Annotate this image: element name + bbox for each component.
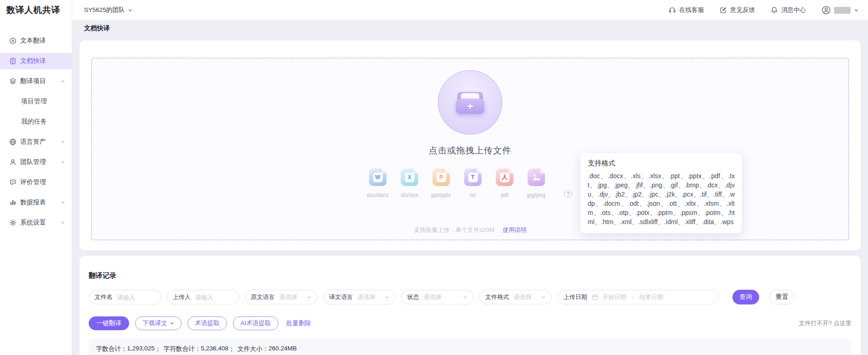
team-name: SY5625的团队: [84, 6, 125, 14]
gear-icon: [9, 219, 17, 226]
comment-icon: [9, 179, 17, 186]
chevron-up-icon[interactable]: [61, 79, 65, 84]
sidebar-item-label: 评价管理: [20, 178, 46, 186]
chevron-down-icon[interactable]: [61, 220, 65, 225]
filter-status[interactable]: 状态 请选择: [401, 290, 474, 304]
chevron-down-icon: [854, 8, 859, 13]
type-ppt: P ppt/pptx: [431, 169, 451, 198]
filter-file-name[interactable]: 文件名: [89, 290, 161, 304]
summary-word-count: 字数合计：1,293,025；: [96, 345, 161, 353]
left-column: 数译人机共译 A 文本翻译 文档快译: [0, 0, 72, 355]
type-doc: W doc/docx: [368, 169, 387, 198]
chevron-down-icon[interactable]: [61, 140, 65, 144]
filter-uploader[interactable]: 上传人: [167, 290, 239, 304]
query-button[interactable]: 查询: [732, 290, 759, 304]
folder-plus-icon: +: [456, 91, 484, 114]
sidebar-item-label: 文档快译: [20, 57, 46, 65]
sidebar-item-review-management[interactable]: 评价管理: [0, 174, 72, 191]
filter-upload-date[interactable]: 上传日期 开始日期 - 结束日期: [557, 290, 719, 304]
batch-delete-button[interactable]: 批量删除: [286, 319, 311, 327]
team-selector[interactable]: SY5625的团队: [84, 6, 133, 14]
filter-source-language[interactable]: 原文语言 请选择: [245, 290, 318, 304]
top-menu: 在线客服 意见反馈: [669, 6, 859, 15]
reset-button[interactable]: 重置: [769, 290, 795, 304]
page-content: + 点击或拖拽上传文件 W doc/docx: [72, 37, 868, 355]
feedback-label: 意见反馈: [730, 6, 755, 14]
user-menu[interactable]: [822, 6, 859, 15]
main-column: SY5625的团队 在线客服: [72, 0, 868, 355]
type-caption: doc/docx: [367, 192, 389, 198]
xls-file-icon: X: [401, 169, 418, 186]
txt-file-icon: T: [464, 169, 482, 186]
feedback-button[interactable]: 意见反馈: [720, 6, 755, 14]
chevron-down-icon: [170, 321, 174, 326]
chevron-down-icon[interactable]: [61, 200, 65, 205]
type-caption: txt: [470, 192, 476, 198]
start-date-placeholder[interactable]: 开始日期: [602, 293, 626, 301]
actions-row: 一键翻译 下载译文 术语提取 AI术语提取 批量删除 文件打不开? 点这里: [89, 316, 851, 330]
file-open-help-link[interactable]: 文件打不开? 点这里: [799, 319, 851, 327]
sidebar: A 文本翻译 文档快译: [0, 20, 72, 235]
online-support-button[interactable]: 在线客服: [669, 6, 704, 14]
page-title: 文档快译: [84, 24, 110, 33]
upload-title: 点击或拖拽上传文件: [429, 145, 511, 157]
sidebar-item-my-tasks[interactable]: 我的任务: [0, 113, 72, 130]
avatar-icon: [822, 6, 831, 15]
calendar-icon: [592, 294, 598, 300]
type-caption: pdf: [501, 192, 509, 198]
supported-formats-tooltip: 支持格式 .doc、.docx、.xls、.xlsx、.ppt、.pptx、.p…: [580, 153, 742, 233]
globe-icon: [9, 138, 17, 146]
ai-term-extract-button[interactable]: AI术语提取: [233, 316, 278, 330]
term-extract-button[interactable]: 术语提取: [187, 316, 227, 330]
type-caption: ppt/pptx: [431, 192, 451, 198]
usage-guide-link[interactable]: 使用说明: [503, 226, 527, 234]
sidebar-item-language-assets[interactable]: 语言资产: [0, 134, 72, 150]
sidebar-item-label: 文本翻译: [20, 37, 46, 45]
chevron-down-icon: [463, 295, 468, 300]
chevron-down-icon: [385, 295, 390, 300]
layers-icon: [9, 78, 17, 85]
upload-hint: 支持批量上传，单个文件≤20M: [414, 226, 494, 234]
sidebar-item-label: 团队管理: [20, 158, 46, 166]
plus-icon: +: [467, 101, 473, 112]
chevron-down-icon: [306, 295, 312, 300]
sidebar-item-label: 我的任务: [21, 118, 47, 126]
type-txt: T txt: [463, 169, 482, 198]
headset-icon: [669, 6, 676, 14]
online-support-label: 在线客服: [679, 6, 704, 14]
chevron-down-icon[interactable]: [61, 160, 65, 164]
sidebar-item-team-management[interactable]: 团队管理: [0, 154, 72, 170]
doc-file-icon: W: [369, 169, 386, 186]
end-date-placeholder[interactable]: 结束日期: [639, 293, 663, 301]
sidebar-item-doc-quick-translate[interactable]: 文档快译: [0, 53, 72, 69]
sidebar-item-label: 语言资产: [20, 138, 46, 146]
download-translation-button[interactable]: 下载译文: [135, 316, 182, 330]
sidebar-item-label: 翻译项目: [20, 77, 46, 85]
type-xls: X xls/xlsx: [400, 169, 419, 198]
sidebar-item-translate-projects[interactable]: 翻译项目: [0, 73, 72, 90]
sidebar-item-label: 数据报表: [20, 198, 46, 207]
sidebar-item-text-translate[interactable]: A 文本翻译: [0, 33, 72, 49]
filter-file-format[interactable]: 文件格式 请选择: [479, 290, 552, 304]
uploader-input[interactable]: [195, 294, 233, 301]
upload-button[interactable]: +: [438, 70, 502, 135]
image-file-icon: [528, 169, 545, 186]
filter-target-language[interactable]: 译文语言 请选择: [323, 290, 396, 304]
chevron-down-icon: [541, 295, 546, 300]
sidebar-item-data-reports[interactable]: 数据报表: [0, 194, 72, 211]
chevron-down-icon: [128, 8, 133, 13]
sidebar-item-label: 项目管理: [21, 97, 47, 106]
app-window: 数译人机共译 A 文本翻译 文档快译: [0, 0, 868, 355]
file-name-input[interactable]: [117, 294, 155, 301]
bell-icon: [771, 6, 778, 14]
user-name-redacted: [834, 7, 851, 14]
pdf-file-icon: 人: [496, 169, 513, 186]
message-center-button[interactable]: 消息中心: [771, 6, 806, 14]
sidebar-item-system-settings[interactable]: 系统设置: [0, 214, 72, 231]
one-click-translate-button[interactable]: 一键翻译: [89, 316, 129, 330]
sidebar-item-project-management[interactable]: 项目管理: [0, 93, 72, 110]
format-help-icon[interactable]: ?: [564, 190, 572, 197]
top-bar: SY5625的团队 在线客服: [72, 0, 868, 20]
text-translate-icon: A: [9, 37, 17, 45]
upload-card: + 点击或拖拽上传文件 W doc/docx: [79, 40, 861, 250]
